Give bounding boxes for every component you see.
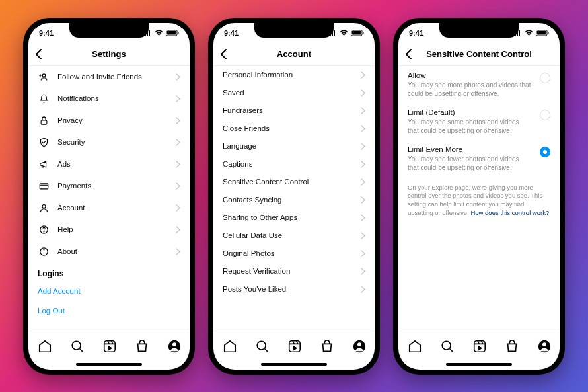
settings-row[interactable]: Follow and Invite Friends	[28, 66, 190, 88]
chevron-right-icon	[176, 73, 180, 81]
tab-home[interactable]	[223, 339, 236, 352]
home-indicator[interactable]	[28, 360, 190, 370]
header: Sensitive Content Control	[398, 43, 560, 66]
content-option[interactable]: Allow You may see more photos and videos…	[398, 66, 560, 103]
account-row[interactable]: Posts You've Liked	[213, 280, 375, 298]
settings-row[interactable]: Help	[28, 219, 190, 241]
tab-profile[interactable]	[167, 339, 180, 352]
svg-point-19	[72, 341, 81, 350]
tab-shop[interactable]	[135, 339, 148, 352]
tab-search[interactable]	[255, 339, 268, 352]
row-label: Privacy	[57, 116, 176, 124]
notch	[254, 23, 334, 38]
back-button[interactable]	[220, 49, 227, 59]
phone-sensitive-content: 9:41 Sensitive Content Control Allow You…	[393, 18, 565, 375]
chevron-right-icon	[176, 226, 180, 233]
account-row[interactable]: Captions	[213, 155, 375, 173]
account-row[interactable]: Original Photos	[213, 245, 375, 262]
footnote-link[interactable]: How does this control work?	[470, 209, 549, 216]
tab-home[interactable]	[408, 339, 421, 352]
chevron-right-icon	[361, 196, 365, 204]
battery-icon	[166, 30, 179, 36]
tab-shop[interactable]	[505, 339, 518, 352]
screen: 9:41 Settings Follow and Invite Friends …	[28, 23, 190, 370]
tab-search[interactable]	[70, 339, 83, 352]
tab-reels[interactable]	[102, 339, 116, 352]
content-option[interactable]: Limit (Default) You may see some photos …	[398, 103, 560, 140]
chevron-right-icon	[361, 161, 365, 168]
add-account-link[interactable]: Add Account	[28, 281, 190, 301]
account-row[interactable]: Personal Information	[213, 66, 375, 84]
tab-profile[interactable]	[537, 339, 550, 352]
add-friend-icon	[38, 72, 50, 82]
tab-bar	[28, 331, 190, 360]
back-button[interactable]	[405, 49, 412, 59]
content-option[interactable]: Limit Even More You may see fewer photos…	[398, 140, 560, 177]
row-label: Security	[57, 138, 176, 146]
row-label: Sharing to Other Apps	[223, 214, 361, 221]
svg-rect-48	[548, 32, 549, 34]
account-row[interactable]: Contacts Syncing	[213, 191, 375, 209]
account-row[interactable]: Fundraisers	[213, 102, 375, 120]
account-row[interactable]: Saved	[213, 84, 375, 102]
svg-rect-5	[167, 31, 176, 35]
shield-icon	[38, 137, 50, 147]
account-row[interactable]: Request Verification	[213, 262, 375, 280]
tab-home[interactable]	[38, 339, 51, 352]
chevron-right-icon	[361, 143, 365, 150]
radio-button[interactable]	[540, 147, 550, 157]
account-row[interactable]: Sensitive Content Control	[213, 173, 375, 191]
row-label: Captions	[223, 160, 361, 168]
tab-reels[interactable]	[472, 339, 486, 352]
help-icon	[38, 225, 50, 235]
chevron-right-icon	[361, 250, 365, 257]
settings-row[interactable]: Privacy	[28, 110, 190, 132]
svg-point-56	[542, 342, 546, 346]
settings-row[interactable]: Account	[28, 197, 190, 219]
radio-button[interactable]	[540, 110, 550, 120]
row-label: Sensitive Content Control	[223, 178, 361, 186]
log-out-link[interactable]: Log Out	[28, 301, 190, 321]
back-button[interactable]	[35, 49, 42, 59]
account-row[interactable]: Close Friends	[213, 120, 375, 137]
tab-shop[interactable]	[320, 339, 333, 352]
settings-row[interactable]: Notifications	[28, 88, 190, 110]
account-list[interactable]: Personal Information Saved Fundraisers C…	[213, 66, 375, 331]
radio-button[interactable]	[540, 73, 550, 83]
settings-row[interactable]: Payments	[28, 175, 190, 197]
chevron-right-icon	[361, 125, 365, 132]
options-list: Allow You may see more photos and videos…	[398, 66, 560, 331]
option-description: You may see some photos and videos that …	[408, 118, 550, 135]
logins-header: Logins	[28, 262, 190, 281]
tab-search[interactable]	[440, 339, 453, 352]
tab-profile[interactable]	[352, 339, 365, 352]
row-label: Cellular Data Use	[223, 231, 361, 239]
wifi-icon	[155, 30, 163, 36]
svg-line-35	[265, 348, 268, 352]
lock-icon	[38, 116, 50, 126]
row-label: Saved	[223, 89, 361, 97]
wifi-icon	[340, 30, 348, 36]
account-row[interactable]: Sharing to Other Apps	[213, 209, 375, 227]
phone-settings: 9:41 Settings Follow and Invite Friends …	[23, 18, 195, 375]
home-indicator[interactable]	[398, 360, 560, 370]
settings-row[interactable]: Security	[28, 132, 190, 153]
page-title: Settings	[92, 49, 126, 59]
settings-row[interactable]: Ads	[28, 153, 190, 175]
row-label: Help	[57, 225, 176, 233]
tab-reels[interactable]	[287, 339, 301, 352]
svg-point-26	[172, 342, 176, 346]
svg-rect-10	[41, 120, 47, 124]
option-title: Allow	[408, 71, 550, 79]
chevron-right-icon	[361, 286, 365, 293]
svg-point-15	[44, 231, 44, 232]
settings-row[interactable]: About	[28, 241, 190, 262]
settings-list[interactable]: Follow and Invite Friends Notifications …	[28, 66, 190, 331]
svg-line-20	[80, 348, 83, 352]
option-title: Limit Even More	[408, 145, 550, 153]
option-description: You may see more photos and videos that …	[408, 81, 550, 98]
svg-rect-3	[149, 30, 150, 36]
home-indicator[interactable]	[213, 360, 375, 370]
account-row[interactable]: Language	[213, 137, 375, 155]
account-row[interactable]: Cellular Data Use	[213, 227, 375, 245]
